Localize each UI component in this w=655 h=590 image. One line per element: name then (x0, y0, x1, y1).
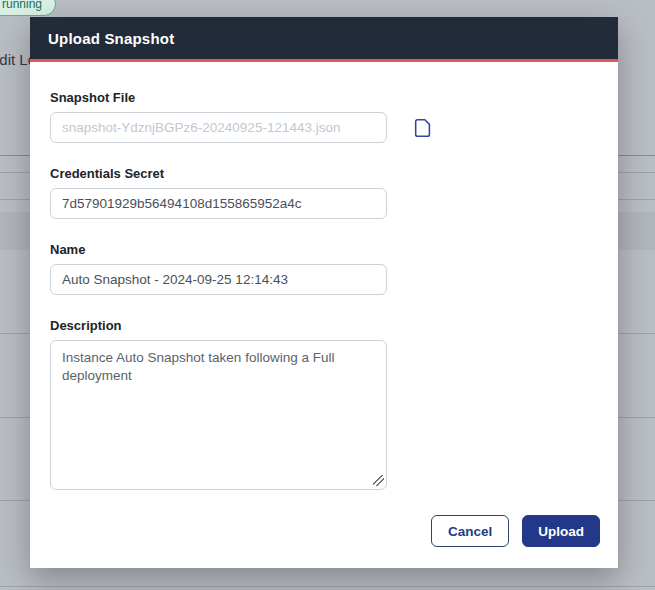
upload-snapshot-modal: Upload Snapshot Snapshot File Credential… (30, 17, 618, 568)
modal-footer: Cancel Upload (431, 515, 600, 547)
credentials-secret-label: Credentials Secret (50, 166, 598, 181)
description-group: Description Instance Auto Snapshot taken… (50, 318, 598, 490)
modal-title: Upload Snapshot (48, 30, 174, 47)
cancel-button[interactable]: Cancel (431, 515, 509, 547)
snapshot-file-input[interactable] (50, 112, 387, 143)
credentials-secret-input[interactable] (50, 188, 387, 219)
description-textarea[interactable]: Instance Auto Snapshot taken following a… (50, 340, 387, 490)
snapshot-file-group: Snapshot File (50, 90, 598, 143)
page-bottom-divider (0, 586, 655, 587)
credentials-secret-group: Credentials Secret (50, 166, 598, 219)
textarea-resize-handle[interactable] (373, 475, 384, 486)
snapshot-file-label: Snapshot File (50, 90, 598, 105)
modal-header: Upload Snapshot (30, 17, 618, 62)
modal-body: Snapshot File Credentials Secret Name De… (30, 62, 618, 490)
name-label: Name (50, 242, 598, 257)
upload-button[interactable]: Upload (522, 515, 600, 547)
name-input[interactable] (50, 264, 387, 295)
file-icon[interactable] (412, 117, 434, 139)
status-badge-running: running (0, 0, 56, 16)
name-group: Name (50, 242, 598, 295)
description-label: Description (50, 318, 598, 333)
